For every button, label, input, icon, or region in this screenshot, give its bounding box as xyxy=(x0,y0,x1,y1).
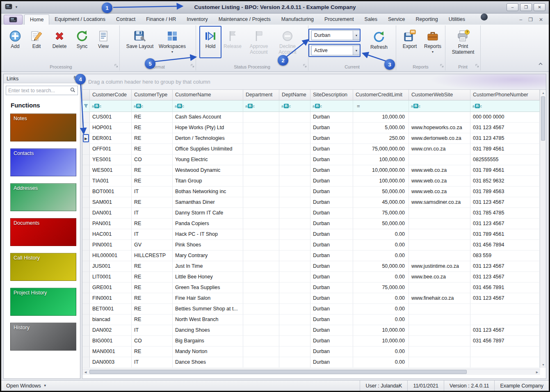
row-selector[interactable] xyxy=(82,293,90,304)
column-header-customercode[interactable]: CustomerCode xyxy=(90,90,132,100)
row-selector[interactable] xyxy=(82,325,90,336)
search-icon[interactable] xyxy=(70,87,75,94)
tab-sales[interactable]: Sales xyxy=(359,14,383,25)
print-statement-button[interactable]: ? Print Statement xyxy=(447,27,479,55)
table-row[interactable]: TIA001RETitan GroupDurban100,000.00www.w… xyxy=(82,176,540,187)
row-selector[interactable] xyxy=(82,251,90,261)
table-row[interactable]: DAN001ITDanny Storm IT CafeDurban75,000.… xyxy=(82,208,540,219)
table-row[interactable]: PAN001REPanda CopiersDurban50,000.00031 … xyxy=(82,219,540,229)
function-tile-documents[interactable]: Documents xyxy=(10,218,76,246)
column-header-customername[interactable]: CustomerName xyxy=(173,90,243,100)
view-button[interactable]: View xyxy=(93,27,114,50)
tab-equipment-locations[interactable]: Equipment / Locations xyxy=(49,14,111,25)
table-row[interactable]: CUS001RECash Sales AccountDurban10,000.0… xyxy=(82,112,540,123)
scroll-down-icon[interactable]: ▼ xyxy=(540,362,546,368)
table-row[interactable]: BIG0001COBig BargainsDurban10,000.00031 … xyxy=(82,336,540,346)
table-row[interactable]: SAM001RESamanthas DinerDurban45,000.00ww… xyxy=(82,197,540,208)
application-menu-button[interactable] xyxy=(4,15,23,25)
status-filter-dropdown[interactable]: Active ▼ xyxy=(311,46,360,55)
table-row[interactable]: HAC001ITHack PC - IT ShopDurban0.00031 7… xyxy=(82,229,540,240)
function-tile-contacts[interactable]: Contacts xyxy=(10,148,76,176)
filter-cell-customername[interactable]: aBc xyxy=(173,100,243,112)
chevron-down-icon[interactable]: ▼ xyxy=(353,31,360,40)
table-row[interactable]: YES001COYoung ElectricDurban100,000.0008… xyxy=(82,155,540,165)
dialog-launcher-icon[interactable] xyxy=(475,62,479,69)
dialog-launcher-icon[interactable] xyxy=(303,62,307,69)
column-header-customerwebsite[interactable]: CustomerWebSite xyxy=(409,90,470,100)
row-selector[interactable] xyxy=(82,261,90,272)
tab-contract[interactable]: Contract xyxy=(111,14,141,25)
table-row[interactable]: HIL000001HILLCRESTPMary ContraryDurban0.… xyxy=(82,251,540,261)
table-row[interactable]: FIN0001REFine Hair SalonDurban0.00www.fi… xyxy=(82,293,540,304)
column-header-customercreditlimit[interactable]: CustomerCreditLimit xyxy=(353,90,409,100)
search-input[interactable] xyxy=(8,88,70,93)
export-button[interactable]: Export xyxy=(399,27,421,54)
table-row[interactable]: OFF001REOffice Supplies UnlimitedDurban7… xyxy=(82,144,540,155)
tab-reporting[interactable]: Reporting xyxy=(411,14,443,25)
tab-service[interactable]: Service xyxy=(383,14,411,25)
table-row[interactable]: biancadRENorth West BranchDurban0.00 xyxy=(82,315,540,325)
tab-utilities[interactable]: Utilities xyxy=(443,14,470,25)
add-button[interactable]: Add xyxy=(5,27,25,50)
workspaces-button[interactable]: Workspaces ▼ xyxy=(156,27,189,54)
site-filter-dropdown[interactable]: Durban ▼ xyxy=(311,30,360,40)
sync-button[interactable]: Sync xyxy=(71,27,93,50)
function-tile-history[interactable]: History xyxy=(10,323,76,351)
table-row[interactable]: MAN0001REMandy NortonDurban0.00 xyxy=(82,346,540,357)
table-row[interactable]: WES001REWestwood DynamicDurban10,000,000… xyxy=(82,165,540,176)
row-selector[interactable] xyxy=(82,187,90,197)
table-row[interactable]: HOP001REHope Works (Pty) LtdDurban5,000.… xyxy=(82,123,540,133)
table-row[interactable]: GRE001REGreen Tea SuppliesDurban75,000.0… xyxy=(82,283,540,293)
row-selector[interactable] xyxy=(82,357,90,368)
quick-access-caret-icon[interactable]: ▼ xyxy=(15,5,18,9)
scroll-up-icon[interactable]: ▲ xyxy=(540,90,546,96)
row-selector[interactable] xyxy=(82,176,90,187)
ribbon-restore-icon[interactable]: ❐ xyxy=(528,17,533,23)
vertical-scrollbar[interactable]: ▲ ▼ xyxy=(540,90,546,368)
table-row[interactable]: DAN002ITDancing ShoesDurban10,000.00031 … xyxy=(82,325,540,336)
table-row[interactable]: PIN0001GVPink ShoesDurban0.00031 456 789… xyxy=(82,240,540,251)
row-selector[interactable] xyxy=(82,272,90,283)
vertical-scroll-thumb[interactable] xyxy=(541,96,545,141)
collapse-ribbon-icon[interactable] xyxy=(537,61,544,68)
chevron-down-icon[interactable]: ▼ xyxy=(353,46,360,55)
horizontal-scroll-thumb[interactable] xyxy=(89,370,467,374)
filter-cell-customertype[interactable]: aBc xyxy=(132,100,173,112)
row-selector[interactable] xyxy=(82,283,90,293)
column-header-customerphonenumber[interactable]: CustomerPhoneNumber xyxy=(470,90,540,100)
filter-cell-customerwebsite[interactable]: aBc xyxy=(409,100,470,112)
tab-inventory[interactable]: Inventory xyxy=(181,14,213,25)
row-selector[interactable] xyxy=(82,197,90,208)
hold-button[interactable]: Hold xyxy=(200,27,221,55)
reports-button[interactable]: Reports ▼ xyxy=(421,27,445,54)
row-selector[interactable] xyxy=(82,240,90,251)
row-selector[interactable] xyxy=(82,208,90,219)
row-selector[interactable] xyxy=(82,155,90,165)
filter-cell-deptname[interactable]: aBc xyxy=(279,100,310,112)
row-selector[interactable] xyxy=(82,229,90,240)
links-panel-header[interactable]: Links xyxy=(4,74,80,83)
tab-home[interactable]: Home xyxy=(24,14,49,25)
table-row[interactable]: JUS001REJust In TimeDurban50,000.00www.j… xyxy=(82,261,540,272)
row-selector[interactable] xyxy=(82,144,90,155)
tab-procurement[interactable]: Procurement xyxy=(319,14,359,25)
row-selector[interactable] xyxy=(82,123,90,133)
delete-button[interactable]: Delete xyxy=(48,27,71,50)
row-selector[interactable] xyxy=(82,336,90,346)
scroll-right-icon[interactable]: ▶ xyxy=(534,369,540,375)
table-row[interactable]: BET0001REBetties Summer Shop at t...Durb… xyxy=(82,304,540,315)
refresh-button[interactable]: Refresh xyxy=(366,28,392,50)
filter-cell-sitedescription[interactable]: aBc xyxy=(310,100,353,112)
open-windows-button[interactable]: Open Windows ▼ xyxy=(1,383,47,389)
row-selector[interactable]: ▶ xyxy=(82,133,90,144)
ribbon-close-icon[interactable]: ✕ xyxy=(539,17,543,23)
group-by-bar[interactable]: Drag a column header here to group by th… xyxy=(82,74,546,90)
table-row[interactable]: BOT0001ITBothas Networking incDurban50,0… xyxy=(82,187,540,197)
row-selector[interactable] xyxy=(82,315,90,325)
table-row[interactable]: ▶DER001REDerton / TechnologiesDurban250.… xyxy=(82,133,540,144)
column-header-sitedescription[interactable]: SiteDescription xyxy=(310,90,353,100)
ribbon-minimize-icon[interactable]: – xyxy=(519,17,522,23)
function-tile-notes[interactable]: Notes xyxy=(10,114,76,141)
column-header-customertype[interactable]: CustomerType xyxy=(132,90,173,100)
table-row[interactable]: DAN0003ITDance ShoesDurban0.00 xyxy=(82,357,540,368)
